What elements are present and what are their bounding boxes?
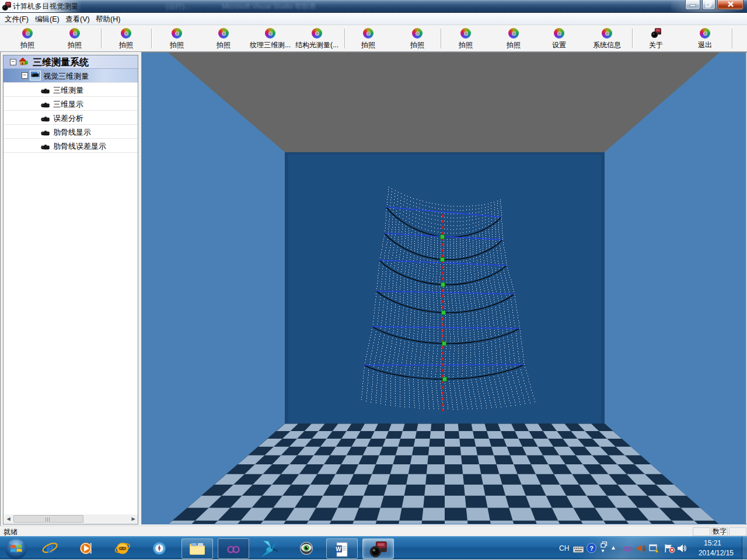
- svg-text:?: ?: [589, 545, 594, 552]
- svg-text:W: W: [336, 546, 341, 552]
- svg-text:e: e: [47, 541, 54, 556]
